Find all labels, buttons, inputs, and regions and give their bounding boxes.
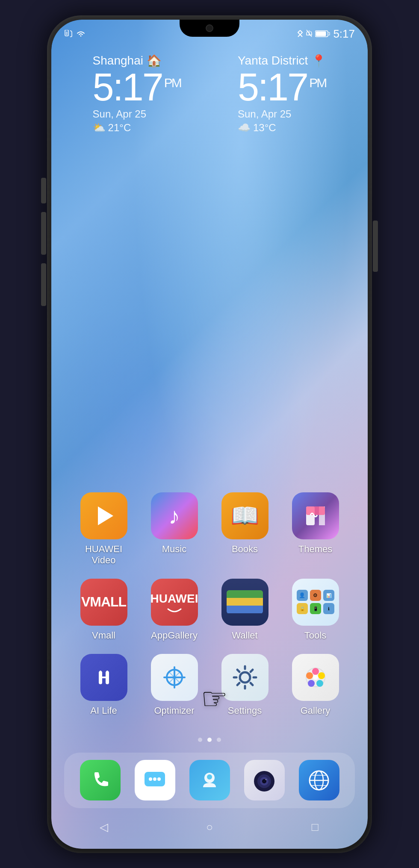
app-gallery[interactable]: Gallery [286, 654, 345, 716]
themes-label: Themes [298, 544, 332, 555]
browser-icon [306, 768, 332, 793]
clock-weather-1: ⛅ 21°C [93, 122, 181, 134]
screen: 5:17 Shanghai 🏠 5:17PM Sun, Apr 25 ⛅ [51, 20, 368, 849]
themes-icon [292, 492, 339, 539]
phone-inner: 5:17 Shanghai 🏠 5:17PM Sun, Apr 25 ⛅ [51, 20, 368, 849]
bluetooth-icon [297, 29, 303, 38]
dock-messages[interactable] [135, 760, 175, 800]
camera-icon [251, 768, 277, 793]
app-books[interactable]: 📖 Books [215, 492, 275, 566]
ailife-svg [90, 664, 118, 691]
svg-point-14 [313, 675, 318, 680]
page-dots [51, 738, 368, 742]
wifi-icon [76, 30, 86, 38]
app-appgallery[interactable]: HUAWEI AppGallery [145, 579, 204, 641]
tools-cell-1: 👤 [297, 590, 308, 601]
nav-home[interactable]: ○ [199, 817, 220, 838]
ailife-label: AI Life [90, 705, 117, 716]
app-row-2: VMALL Vmall HUAWEI [68, 579, 351, 641]
gallery-label: Gallery [301, 705, 330, 716]
svg-point-12 [308, 680, 315, 687]
app-vmall[interactable]: VMALL Vmall [74, 579, 134, 641]
svg-point-10 [318, 672, 325, 679]
nav-bar: ◁ ○ □ [51, 815, 368, 840]
appgallery-label: AppGallery [151, 630, 198, 641]
dock-camera[interactable] [244, 760, 285, 800]
svg-point-20 [207, 774, 212, 780]
app-ailife[interactable]: AI Life [74, 654, 134, 716]
phone-icon [89, 770, 111, 791]
sim-icon [64, 30, 74, 38]
app-huawei-video[interactable]: HUAWEI Video [74, 492, 134, 566]
service-dock-icon [189, 760, 230, 800]
wallet-bar-green [227, 590, 263, 598]
messages-dock-icon [135, 760, 175, 800]
settings-svg [230, 663, 260, 692]
app-optimizer[interactable]: Optimizer [145, 654, 204, 716]
phone-frame: 5:17 Shanghai 🏠 5:17PM Sun, Apr 25 ⛅ [47, 15, 372, 853]
books-label: Books [232, 544, 258, 555]
huawei-video-label: HUAWEI Video [74, 544, 134, 566]
weather-icon-1: ⛅ [93, 122, 106, 134]
dock [64, 753, 355, 808]
status-right-area: 5:17 [297, 27, 355, 41]
wallet-bar-blue [227, 606, 263, 613]
huawei-video-icon [80, 492, 127, 539]
dock-phone[interactable] [80, 760, 121, 800]
svg-point-13 [306, 672, 313, 679]
clock-date-2: Sun, Apr 25 [238, 108, 326, 120]
music-icon: ♪ [151, 492, 198, 539]
status-time: 5:17 [333, 27, 355, 41]
svg-point-11 [316, 680, 323, 687]
tools-cell-4: 🔒 [297, 603, 308, 614]
gallery-svg [301, 663, 330, 692]
page-dot-1 [198, 738, 202, 742]
nav-back[interactable]: ◁ [93, 817, 115, 838]
app-wallet[interactable]: Wallet [215, 579, 275, 641]
tools-icon: 👤 ⚙ 📊 🔒 [292, 579, 339, 626]
svg-point-7 [240, 672, 250, 683]
dock-service[interactable] [189, 760, 230, 800]
clock-time-1: 5:17PM [93, 68, 181, 106]
ailife-icon [80, 654, 127, 701]
appgallery-smile [166, 606, 183, 612]
page-dot-3 [217, 738, 221, 742]
weather-icon-2: ☁️ [238, 122, 251, 134]
wallet-bar-yellow [227, 598, 263, 606]
status-left-icons [64, 30, 86, 38]
svg-point-26 [266, 779, 267, 780]
settings-label: Settings [228, 705, 262, 716]
tools-cell-6: ℹ [323, 603, 334, 614]
clock-widget: Shanghai 🏠 5:17PM Sun, Apr 25 ⛅ 21°C Yan… [51, 54, 368, 134]
volume-up-button[interactable] [41, 178, 46, 203]
wallet-icon [221, 579, 269, 626]
clock-time-2: 5:17PM [238, 68, 326, 106]
service-icon [197, 768, 222, 793]
svg-point-18 [157, 777, 161, 781]
svg-rect-3 [316, 32, 326, 36]
volume-down-button[interactable] [41, 212, 46, 255]
themes-svg [303, 503, 328, 529]
browser-dock-icon [299, 760, 339, 800]
music-label: Music [162, 544, 186, 555]
tools-cell-3: 📊 [323, 590, 334, 601]
dock-browser[interactable] [299, 760, 339, 800]
notch [180, 20, 239, 37]
app-music[interactable]: ♪ Music [145, 492, 204, 566]
tools-cell-2: ⚙ [310, 590, 321, 601]
cursor-hand: ☞ [201, 681, 228, 716]
extra-button[interactable] [41, 263, 46, 306]
silent-icon [306, 29, 313, 38]
battery-icon [315, 30, 330, 38]
clock-city-1: Shanghai 🏠 5:17PM Sun, Apr 25 ⛅ 21°C [93, 54, 181, 134]
svg-point-16 [149, 777, 152, 781]
app-themes[interactable]: Themes [286, 492, 345, 566]
power-button[interactable] [373, 221, 378, 272]
appgallery-icon: HUAWEI [151, 579, 198, 626]
tools-label: Tools [304, 630, 326, 641]
svg-point-25 [263, 780, 265, 782]
vmall-label: Vmall [92, 630, 115, 641]
nav-recent[interactable]: □ [304, 817, 326, 838]
app-row-1: HUAWEI Video ♪ Music 📖 Books [68, 492, 351, 566]
app-tools[interactable]: 👤 ⚙ 📊 🔒 [286, 579, 345, 641]
